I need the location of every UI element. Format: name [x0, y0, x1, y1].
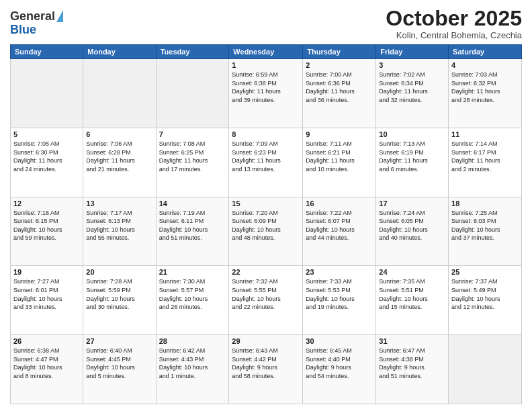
- day-number: 8: [232, 130, 300, 138]
- day-number: 1: [232, 61, 300, 69]
- day-info: Sunrise: 7:35 AM Sunset: 5:51 PM Dayligh…: [379, 277, 445, 311]
- logo-blue-text: Blue: [10, 24, 36, 37]
- day-info: Sunrise: 7:11 AM Sunset: 6:21 PM Dayligh…: [306, 140, 373, 173]
- day-info: Sunrise: 7:00 AM Sunset: 6:36 PM Dayligh…: [306, 71, 373, 104]
- calendar-day-cell: 17Sunrise: 7:24 AM Sunset: 6:05 PM Dayli…: [376, 197, 449, 266]
- day-of-week-header: Monday: [83, 45, 156, 59]
- calendar-day-cell: 12Sunrise: 7:16 AM Sunset: 6:15 PM Dayli…: [11, 197, 83, 266]
- day-info: Sunrise: 7:20 AM Sunset: 6:09 PM Dayligh…: [232, 209, 300, 242]
- day-number: 4: [451, 61, 519, 69]
- day-number: 15: [232, 199, 300, 208]
- day-number: 21: [159, 268, 226, 276]
- day-info: Sunrise: 7:30 AM Sunset: 5:57 PM Dayligh…: [159, 277, 226, 311]
- day-of-week-header: Wednesday: [229, 45, 303, 59]
- day-info: Sunrise: 7:17 AM Sunset: 6:13 PM Dayligh…: [86, 209, 152, 242]
- calendar-week-row: 12Sunrise: 7:16 AM Sunset: 6:15 PM Dayli…: [11, 197, 522, 266]
- calendar-day-cell: 11Sunrise: 7:14 AM Sunset: 6:17 PM Dayli…: [449, 128, 522, 197]
- calendar-day-cell: 19Sunrise: 7:27 AM Sunset: 6:01 PM Dayli…: [11, 266, 83, 335]
- day-number: 2: [306, 61, 373, 69]
- calendar-day-cell: 8Sunrise: 7:09 AM Sunset: 6:23 PM Daylig…: [229, 128, 303, 197]
- calendar-header-row: SundayMondayTuesdayWednesdayThursdayFrid…: [11, 45, 522, 59]
- calendar-day-cell: 2Sunrise: 7:00 AM Sunset: 6:36 PM Daylig…: [303, 59, 376, 128]
- day-number: 27: [86, 337, 152, 345]
- day-number: 30: [306, 337, 373, 345]
- calendar-day-cell: 28Sunrise: 6:42 AM Sunset: 4:43 PM Dayli…: [156, 335, 229, 404]
- calendar-day-cell: 10Sunrise: 7:13 AM Sunset: 6:19 PM Dayli…: [376, 128, 449, 197]
- calendar-day-cell: 3Sunrise: 7:02 AM Sunset: 6:34 PM Daylig…: [376, 59, 449, 128]
- calendar-week-row: 5Sunrise: 7:05 AM Sunset: 6:30 PM Daylig…: [11, 128, 522, 197]
- header: General Blue October 2025 Kolin, Central…: [10, 7, 522, 40]
- calendar-day-cell: 16Sunrise: 7:22 AM Sunset: 6:07 PM Dayli…: [303, 197, 376, 266]
- page: General Blue October 2025 Kolin, Central…: [0, 0, 532, 411]
- day-info: Sunrise: 7:28 AM Sunset: 5:59 PM Dayligh…: [86, 277, 152, 311]
- day-number: 3: [379, 61, 445, 69]
- calendar-day-cell: 1Sunrise: 6:59 AM Sunset: 6:38 PM Daylig…: [229, 59, 303, 128]
- calendar-day-cell: 25Sunrise: 7:37 AM Sunset: 5:49 PM Dayli…: [449, 266, 522, 335]
- header-right: October 2025 Kolin, Central Bohemia, Cze…: [386, 7, 522, 40]
- day-info: Sunrise: 7:33 AM Sunset: 5:53 PM Dayligh…: [306, 277, 373, 311]
- calendar-week-row: 1Sunrise: 6:59 AM Sunset: 6:38 PM Daylig…: [11, 59, 522, 128]
- day-info: Sunrise: 7:09 AM Sunset: 6:23 PM Dayligh…: [232, 140, 300, 173]
- day-info: Sunrise: 7:25 AM Sunset: 6:03 PM Dayligh…: [451, 209, 519, 242]
- day-number: 22: [232, 268, 300, 276]
- day-number: 17: [379, 199, 445, 208]
- day-number: 13: [86, 199, 152, 208]
- day-of-week-header: Tuesday: [156, 45, 229, 59]
- calendar-day-cell: 29Sunrise: 6:43 AM Sunset: 4:42 PM Dayli…: [229, 335, 303, 404]
- day-number: 16: [306, 199, 373, 208]
- day-number: 20: [86, 268, 152, 276]
- month-title: October 2025: [386, 7, 522, 30]
- day-number: 7: [159, 130, 226, 138]
- day-number: 18: [451, 199, 519, 208]
- calendar-day-cell: [11, 59, 83, 128]
- day-info: Sunrise: 7:08 AM Sunset: 6:25 PM Dayligh…: [159, 140, 226, 173]
- day-of-week-header: Friday: [376, 45, 449, 59]
- day-number: 19: [13, 268, 80, 276]
- calendar-day-cell: 31Sunrise: 6:47 AM Sunset: 4:38 PM Dayli…: [376, 335, 449, 404]
- day-info: Sunrise: 7:16 AM Sunset: 6:15 PM Dayligh…: [13, 209, 80, 242]
- day-info: Sunrise: 6:38 AM Sunset: 4:47 PM Dayligh…: [13, 347, 80, 380]
- calendar-day-cell: 23Sunrise: 7:33 AM Sunset: 5:53 PM Dayli…: [303, 266, 376, 335]
- day-number: 26: [13, 337, 80, 345]
- day-number: 24: [379, 268, 445, 276]
- day-of-week-header: Saturday: [449, 45, 522, 59]
- calendar-day-cell: 27Sunrise: 6:40 AM Sunset: 4:45 PM Dayli…: [83, 335, 156, 404]
- day-info: Sunrise: 6:59 AM Sunset: 6:38 PM Dayligh…: [232, 71, 300, 104]
- logo-triangle-icon: [56, 10, 63, 22]
- calendar-day-cell: 4Sunrise: 7:03 AM Sunset: 6:32 PM Daylig…: [449, 59, 522, 128]
- calendar-day-cell: [449, 335, 522, 404]
- day-of-week-header: Sunday: [11, 45, 83, 59]
- day-number: 31: [379, 337, 445, 345]
- day-number: 14: [159, 199, 226, 208]
- calendar-table: SundayMondayTuesdayWednesdayThursdayFrid…: [10, 44, 522, 404]
- calendar-day-cell: 15Sunrise: 7:20 AM Sunset: 6:09 PM Dayli…: [229, 197, 303, 266]
- calendar-day-cell: 22Sunrise: 7:32 AM Sunset: 5:55 PM Dayli…: [229, 266, 303, 335]
- calendar-day-cell: [83, 59, 156, 128]
- day-of-week-header: Thursday: [303, 45, 376, 59]
- day-info: Sunrise: 6:40 AM Sunset: 4:45 PM Dayligh…: [86, 347, 152, 380]
- calendar-day-cell: 24Sunrise: 7:35 AM Sunset: 5:51 PM Dayli…: [376, 266, 449, 335]
- calendar-day-cell: 30Sunrise: 6:45 AM Sunset: 4:40 PM Dayli…: [303, 335, 376, 404]
- day-info: Sunrise: 7:14 AM Sunset: 6:17 PM Dayligh…: [451, 140, 519, 173]
- calendar-week-row: 19Sunrise: 7:27 AM Sunset: 6:01 PM Dayli…: [11, 266, 522, 335]
- day-number: 6: [86, 130, 152, 138]
- calendar-day-cell: 7Sunrise: 7:08 AM Sunset: 6:25 PM Daylig…: [156, 128, 229, 197]
- day-info: Sunrise: 7:27 AM Sunset: 6:01 PM Dayligh…: [13, 277, 80, 311]
- logo-general-text: General: [10, 10, 55, 24]
- logo: General Blue: [10, 10, 63, 37]
- day-info: Sunrise: 6:42 AM Sunset: 4:43 PM Dayligh…: [159, 347, 226, 380]
- day-info: Sunrise: 6:47 AM Sunset: 4:38 PM Dayligh…: [379, 347, 445, 380]
- day-info: Sunrise: 7:05 AM Sunset: 6:30 PM Dayligh…: [13, 140, 80, 173]
- day-info: Sunrise: 7:37 AM Sunset: 5:49 PM Dayligh…: [451, 277, 519, 311]
- day-info: Sunrise: 7:22 AM Sunset: 6:07 PM Dayligh…: [306, 209, 373, 242]
- calendar-day-cell: 18Sunrise: 7:25 AM Sunset: 6:03 PM Dayli…: [449, 197, 522, 266]
- day-info: Sunrise: 6:45 AM Sunset: 4:40 PM Dayligh…: [306, 347, 373, 380]
- calendar-day-cell: 26Sunrise: 6:38 AM Sunset: 4:47 PM Dayli…: [11, 335, 83, 404]
- calendar-day-cell: 13Sunrise: 7:17 AM Sunset: 6:13 PM Dayli…: [83, 197, 156, 266]
- day-info: Sunrise: 7:13 AM Sunset: 6:19 PM Dayligh…: [379, 140, 445, 173]
- day-info: Sunrise: 7:19 AM Sunset: 6:11 PM Dayligh…: [159, 209, 226, 242]
- day-info: Sunrise: 7:32 AM Sunset: 5:55 PM Dayligh…: [232, 277, 300, 311]
- location: Kolin, Central Bohemia, Czechia: [386, 30, 522, 40]
- calendar-day-cell: 20Sunrise: 7:28 AM Sunset: 5:59 PM Dayli…: [83, 266, 156, 335]
- day-info: Sunrise: 6:43 AM Sunset: 4:42 PM Dayligh…: [232, 347, 300, 380]
